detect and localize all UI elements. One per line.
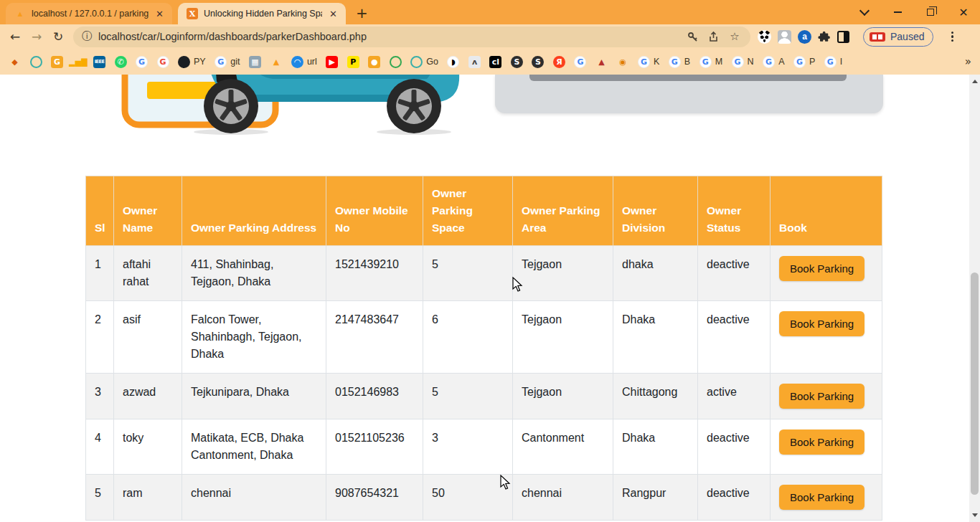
paused-badge[interactable]: Paused <box>863 27 933 47</box>
runner-icon: ʌ <box>468 56 481 68</box>
cell-name: aftahi rahat <box>114 246 182 301</box>
tab-close-icon[interactable]: ✕ <box>154 9 165 19</box>
share-icon[interactable] <box>707 29 721 44</box>
bookmark-google-i[interactable]: GI <box>824 56 842 68</box>
cell-book: Book Parking <box>771 301 882 374</box>
a-extension-icon[interactable]: a <box>798 30 811 44</box>
scroll-down-icon[interactable] <box>969 510 980 521</box>
bookmark-google-a[interactable]: GA <box>763 56 784 68</box>
restore-button[interactable] <box>914 0 947 24</box>
bookmark-google-k[interactable]: GK <box>638 56 659 68</box>
panda-extension-icon[interactable] <box>758 30 771 44</box>
cell-status: deactive <box>698 246 771 301</box>
bookmark-pma[interactable]: ▲ <box>270 56 282 68</box>
bookmark-runner[interactable]: ʌ <box>468 56 481 68</box>
bookmark-diamond[interactable]: ◆ <box>9 56 21 68</box>
bookmark-google-p[interactable]: GP <box>793 56 815 68</box>
site-info-icon[interactable]: ⓘ <box>82 30 92 43</box>
bookmark-eye[interactable]: ◉ <box>616 56 628 68</box>
book-parking-button[interactable]: Book Parking <box>779 311 864 336</box>
bookmark-google-n[interactable]: GN <box>732 56 754 68</box>
book-parking-button[interactable]: Book Parking <box>779 256 864 281</box>
bookmark-analytics[interactable]: ▂▅▇ <box>72 56 85 68</box>
bookmark-s-dark-1[interactable]: S <box>511 56 523 68</box>
matlab-icon: ▲ <box>595 56 608 68</box>
xampp-icon: X <box>187 8 198 19</box>
tab-close-icon[interactable]: ✕ <box>328 9 339 19</box>
browser-menu-icon[interactable] <box>946 32 958 42</box>
new-tab-button[interactable]: + <box>356 4 368 22</box>
reload-icon[interactable]: ↻ <box>47 26 69 47</box>
password-key-icon[interactable] <box>686 29 700 44</box>
bookmark-google-1[interactable]: G <box>136 56 148 68</box>
cell-address: 411, Shahinbag, Tejgaon, Dhaka <box>182 246 326 301</box>
scrollbar-thumb[interactable] <box>971 272 979 495</box>
bookmark-teal-ring[interactable] <box>30 56 42 68</box>
column-header-owner-parking-space: Owner Parking Space <box>423 176 513 246</box>
bookmark-teal-ring-go[interactable]: Go <box>410 56 438 68</box>
cell-space: 5 <box>423 374 513 419</box>
url-text: localhost/car/Loginform/dashboards/parke… <box>98 31 679 42</box>
bookmark-google-b[interactable]: GB <box>669 56 690 68</box>
cell-status: deactive <box>698 419 771 475</box>
table-row: 4tokyMatikata, ECB, Dhaka Cantonment, Dh… <box>86 419 882 475</box>
back-icon[interactable]: ← <box>4 26 26 47</box>
google-n-icon: G <box>732 56 744 68</box>
book-parking-button[interactable]: Book Parking <box>779 430 864 455</box>
book-parking-button[interactable]: Book Parking <box>779 384 864 409</box>
column-header-owner-name: Owner Name <box>114 176 182 246</box>
bookmark-whatsapp[interactable]: ✆ <box>115 56 127 68</box>
profile-avatar-icon[interactable] <box>778 30 791 44</box>
bookmark-star-icon[interactable]: ☆ <box>727 29 742 44</box>
cell-space: 3 <box>423 419 513 475</box>
bookmarks-bar: ◆G▂▅▇IEEE✆GGPYGgit▦▲◠url▶P●Go◗ʌclSSЯG▲◉G… <box>0 49 980 75</box>
cell-name: ram <box>114 475 182 521</box>
vertical-scrollbar[interactable] <box>969 75 980 522</box>
orange-cube-icon: G <box>51 56 63 68</box>
cell-mobile: 01521105236 <box>326 419 423 475</box>
camera-icon: ● <box>368 56 380 68</box>
cell-sl: 2 <box>86 301 114 374</box>
tab-search-icon[interactable] <box>848 0 881 24</box>
bookmark-github[interactable]: PY <box>178 56 206 68</box>
cell-name: azwad <box>114 374 182 419</box>
bookmark-ieee[interactable]: IEEE <box>93 56 105 68</box>
side-panel-icon[interactable] <box>837 31 849 43</box>
forward-icon[interactable]: → <box>26 26 47 47</box>
bookmark-google-m[interactable]: GM <box>699 56 722 68</box>
table-row: 5ramchennai908765432150chennaiRangpurdea… <box>86 475 882 521</box>
cell-address: chennai <box>182 475 326 521</box>
bookmark-green-ring[interactable] <box>390 56 402 68</box>
bookmark-wifi[interactable]: ◠url <box>291 56 317 68</box>
cell-division: Dhaka <box>613 301 698 374</box>
bookmark-gray-badge[interactable]: ▦ <box>249 56 261 68</box>
tab-phpmyadmin[interactable]: ▲ localhost / 127.0.0.1 / parking / a ✕ <box>6 3 172 24</box>
google-p-icon: G <box>793 56 806 68</box>
cell-area: chennai <box>513 475 613 521</box>
close-button[interactable]: ✕ <box>947 0 980 24</box>
bookmark-google-git[interactable]: Ggit <box>215 56 240 68</box>
bookmark-google-3[interactable]: G <box>574 56 586 68</box>
cell-space: 5 <box>423 246 513 301</box>
cell-address: Tejkunipara, Dhaka <box>182 374 326 419</box>
bookmark-orange-cube[interactable]: G <box>51 56 63 68</box>
bookmark-google-2[interactable]: G <box>157 56 169 68</box>
bookmark-magpie[interactable]: ◗ <box>447 56 459 68</box>
minimize-button[interactable] <box>881 0 914 24</box>
bookmark-cl[interactable]: cl <box>489 56 501 68</box>
address-bar[interactable]: ⓘ localhost/car/Loginform/dashboards/par… <box>73 27 750 47</box>
parking-owners-table: SlOwner NameOwner Parking AddressOwner M… <box>85 176 882 521</box>
bookmark-label: I <box>840 57 842 67</box>
bookmark-camera[interactable]: ● <box>368 56 380 68</box>
bookmarks-overflow-icon[interactable]: » <box>965 55 971 68</box>
cell-sl: 5 <box>86 475 114 521</box>
extensions-puzzle-icon[interactable] <box>818 30 831 43</box>
book-parking-button[interactable]: Book Parking <box>779 485 864 510</box>
bookmark-yandex[interactable]: Я <box>553 56 565 68</box>
scroll-up-icon[interactable] <box>969 76 980 87</box>
bookmark-p-yellow[interactable]: P <box>347 56 359 68</box>
bookmark-youtube[interactable]: ▶ <box>326 56 338 68</box>
tab-parking-dashboard[interactable]: X Unlocking Hidden Parking Space ✕ <box>178 3 346 24</box>
bookmark-matlab[interactable]: ▲ <box>595 56 608 68</box>
bookmark-s-dark-2[interactable]: S <box>532 56 544 68</box>
